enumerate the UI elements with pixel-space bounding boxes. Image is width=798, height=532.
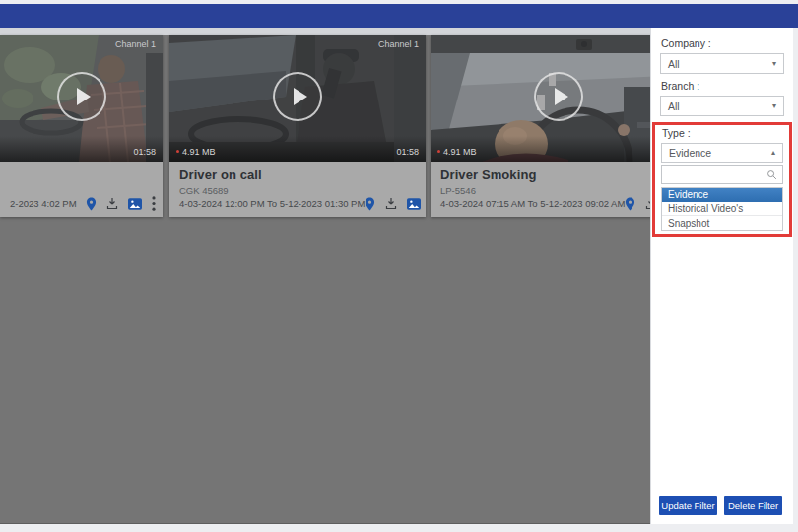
filter-actions: Update Filter Delete Filter: [659, 496, 782, 515]
content-top-strip: [0, 28, 650, 35]
channel-label: Channel 1: [378, 39, 419, 49]
company-filter-label: Company :: [661, 37, 784, 49]
video-datetime: 4-03-2024 07:15 AM To 5-12-2023 09:02 AM: [440, 198, 625, 209]
filter-sidebar: Company : All ▾ Branch : All ▾ Type : Ev…: [650, 28, 793, 524]
video-grid-area: Channel 1 01:58 2-2023 4:02 PM: [0, 28, 650, 524]
company-select-value: All: [668, 58, 680, 70]
card-info: Driver on call CGK 45689 4-03-2024 12:00…: [169, 162, 426, 217]
type-filter-label: Type :: [662, 127, 783, 139]
card-info: 2-2023 4:02 PM: [0, 162, 163, 217]
chevron-down-icon: ▾: [772, 60, 776, 68]
location-pin-icon[interactable]: [365, 197, 375, 211]
image-icon[interactable]: [407, 198, 421, 210]
type-select[interactable]: Evidence ▴: [661, 143, 783, 163]
vehicle-id: LP-5546: [440, 185, 677, 196]
video-card[interactable]: Channel 1 4.91 MB 01:58 Driver on call C…: [169, 35, 426, 217]
branch-select[interactable]: All ▾: [660, 96, 784, 116]
delete-filter-button[interactable]: Delete Filter: [724, 496, 782, 515]
video-size: 4.91 MB: [182, 147, 216, 157]
type-option-historical-videos[interactable]: Historical Video's: [662, 202, 782, 216]
top-navigation-bar: [0, 4, 798, 28]
video-thumbnail[interactable]: 4.91 MB 01:58: [431, 35, 687, 162]
alert-dot-icon: [176, 150, 179, 153]
video-datetime: 2-2023 4:02 PM: [10, 198, 77, 209]
video-card[interactable]: 4.91 MB 01:58 Driver Smoking LP-5546 4-0…: [431, 35, 687, 217]
play-button[interactable]: [273, 72, 322, 121]
video-title: Driver Smoking: [440, 167, 677, 182]
type-option-snapshot[interactable]: Snapshot: [662, 216, 782, 230]
alert-dot-icon: [437, 150, 440, 153]
download-icon[interactable]: [385, 197, 397, 210]
video-overlay-strip: 4.91 MB 01:58: [169, 136, 426, 162]
play-button[interactable]: [534, 72, 583, 121]
video-datetime: 4-03-2024 12:00 PM To 5-12-2023 01:30 PM: [179, 198, 365, 209]
type-select-value: Evidence: [669, 147, 711, 159]
type-search-input[interactable]: [667, 169, 766, 180]
channel-label: Channel 1: [115, 39, 156, 49]
video-thumbnail[interactable]: Channel 1 01:58: [0, 35, 163, 162]
video-card[interactable]: Channel 1 01:58 2-2023 4:02 PM: [0, 35, 163, 217]
download-icon[interactable]: [106, 197, 118, 210]
play-icon: [77, 88, 91, 105]
video-overlay-strip: 4.91 MB 01:58: [431, 136, 687, 162]
play-icon: [294, 88, 307, 105]
location-pin-icon[interactable]: [86, 197, 97, 211]
play-button[interactable]: [57, 72, 106, 121]
video-title: Driver on call: [179, 167, 416, 182]
branch-select-value: All: [668, 100, 680, 112]
type-option-evidence[interactable]: Evidence: [662, 188, 782, 202]
chevron-down-icon: ▾: [772, 102, 776, 110]
company-select[interactable]: All ▾: [660, 53, 784, 74]
chevron-up-icon: ▴: [771, 149, 775, 157]
type-search-box: [661, 165, 783, 184]
video-duration: 01:58: [133, 147, 156, 157]
video-overlay-strip: 01:58: [0, 136, 163, 162]
more-options-icon[interactable]: [152, 196, 156, 211]
location-pin-icon[interactable]: [625, 197, 635, 211]
video-thumbnail[interactable]: Channel 1 4.91 MB 01:58: [169, 35, 426, 162]
branch-filter-label: Branch :: [661, 80, 784, 92]
play-icon: [555, 88, 568, 105]
type-filter-highlight-box: Type : Evidence ▴ Evidence Historical Vi…: [652, 122, 792, 237]
search-icon: [766, 169, 777, 180]
type-options-list: Evidence Historical Video's Snapshot: [661, 187, 783, 231]
update-filter-button[interactable]: Update Filter: [659, 496, 717, 515]
vehicle-id: CGK 45689: [179, 185, 416, 196]
card-info: Driver Smoking LP-5546 4-03-2024 07:15 A…: [431, 162, 687, 217]
video-duration: 01:58: [396, 147, 419, 157]
image-icon[interactable]: [128, 198, 142, 210]
video-size: 4.91 MB: [443, 147, 477, 157]
